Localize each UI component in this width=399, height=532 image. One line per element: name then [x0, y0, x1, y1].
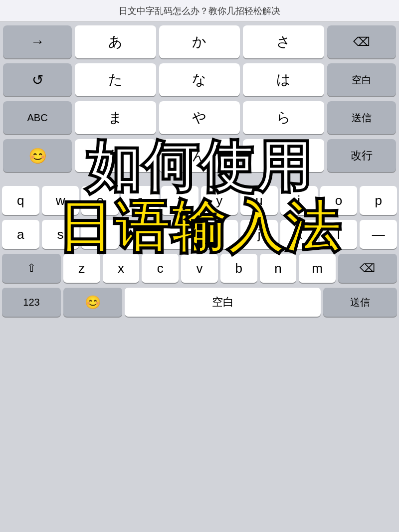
delete-icon: ⌫ — [353, 35, 370, 49]
jp-key-punct[interactable]: 。、 — [243, 139, 324, 172]
key-y[interactable]: y — [201, 186, 238, 215]
jp-key-ka[interactable]: か — [159, 25, 240, 58]
jp-key-ra[interactable]: ら — [243, 101, 324, 134]
jp-key-emoji[interactable]: 😊 — [3, 139, 72, 172]
key-123[interactable]: 123 — [2, 288, 61, 317]
key-i[interactable]: i — [280, 186, 318, 215]
key-e[interactable]: e — [81, 186, 119, 215]
jp-key-arrow[interactable]: → — [3, 25, 72, 58]
jp-key-abc[interactable]: ABC — [3, 101, 72, 134]
key-f[interactable]: f — [121, 220, 159, 249]
key-r[interactable]: r — [121, 186, 159, 215]
jp-keyboard: → あ か さ ⌫ ↺ た な は 空白 ABC ま や ら 送信 😊 わ — [0, 21, 399, 179]
key-l[interactable]: l — [320, 220, 358, 249]
title-bar: 日文中字乱码怎么办？教你几招轻松解决 — [0, 0, 399, 21]
key-m[interactable]: m — [299, 254, 336, 283]
jp-key-n[interactable]: ん — [159, 139, 240, 172]
key-j[interactable]: j — [240, 220, 278, 249]
key-backspace[interactable]: ⌫ — [338, 254, 397, 283]
keyboard-wrapper: → あ か さ ⌫ ↺ た な は 空白 ABC ま や ら 送信 😊 わ — [0, 21, 399, 532]
key-c[interactable]: c — [142, 254, 179, 283]
key-z[interactable]: z — [63, 254, 100, 283]
key-t[interactable]: t — [161, 186, 199, 215]
jp-row-3: ABC ま や ら 送信 — [3, 101, 396, 134]
jp-key-delete[interactable]: ⌫ — [327, 25, 396, 58]
key-a[interactable]: a — [2, 220, 39, 249]
key-p[interactable]: p — [360, 186, 397, 215]
jp-row-1: → あ か さ ⌫ — [3, 25, 396, 58]
key-n[interactable]: n — [260, 254, 297, 283]
jp-key-ya[interactable]: や — [159, 101, 240, 134]
jp-key-ta[interactable]: た — [75, 63, 156, 96]
key-u[interactable]: u — [240, 186, 278, 215]
jp-key-send[interactable]: 送信 — [327, 101, 396, 134]
key-o[interactable]: o — [320, 186, 358, 215]
key-space[interactable]: 空白 — [125, 288, 321, 317]
jp-key-undo[interactable]: ↺ — [3, 63, 72, 96]
jp-key-a[interactable]: あ — [75, 25, 156, 58]
key-q[interactable]: q — [2, 186, 39, 215]
jp-key-return[interactable]: 改行 — [327, 139, 396, 172]
key-g[interactable]: g — [161, 220, 199, 249]
key-x[interactable]: x — [103, 254, 140, 283]
key-d[interactable]: d — [81, 220, 119, 249]
qwerty-row-4: 123 😊 空白 送信 — [2, 288, 397, 317]
jp-key-wa[interactable]: わ — [75, 139, 156, 172]
key-k[interactable]: k — [280, 220, 318, 249]
jp-key-space[interactable]: 空白 — [327, 63, 396, 96]
key-send-bottom[interactable]: 送信 — [323, 288, 397, 317]
jp-key-ha[interactable]: は — [243, 63, 324, 96]
key-s[interactable]: s — [42, 220, 79, 249]
key-w[interactable]: w — [42, 186, 79, 215]
key-emoji-bottom[interactable]: 😊 — [63, 288, 122, 317]
jp-key-sa[interactable]: さ — [243, 25, 324, 58]
qwerty-row-2: a s d f g h j k l — — [2, 220, 397, 249]
jp-row-2: ↺ た な は 空白 — [3, 63, 396, 96]
key-v[interactable]: v — [181, 254, 218, 283]
qwerty-row-1: q w e r t y u i o p — [2, 186, 397, 215]
key-h[interactable]: h — [201, 220, 238, 249]
key-shift[interactable]: ⇧ — [2, 254, 61, 283]
jp-key-ma[interactable]: ま — [75, 101, 156, 134]
key-b[interactable]: b — [220, 254, 257, 283]
title-text: 日文中字乱码怎么办？教你几招轻松解决 — [119, 6, 280, 16]
key-dash[interactable]: — — [360, 220, 397, 249]
qwerty-row-3: ⇧ z x c v b n m ⌫ — [2, 254, 397, 283]
jp-key-na[interactable]: な — [159, 63, 240, 96]
qwerty-keyboard: q w e r t y u i o p a s d f g h j k l — … — [0, 184, 399, 322]
jp-row-4: 😊 わ ん 。、 改行 — [3, 139, 396, 172]
